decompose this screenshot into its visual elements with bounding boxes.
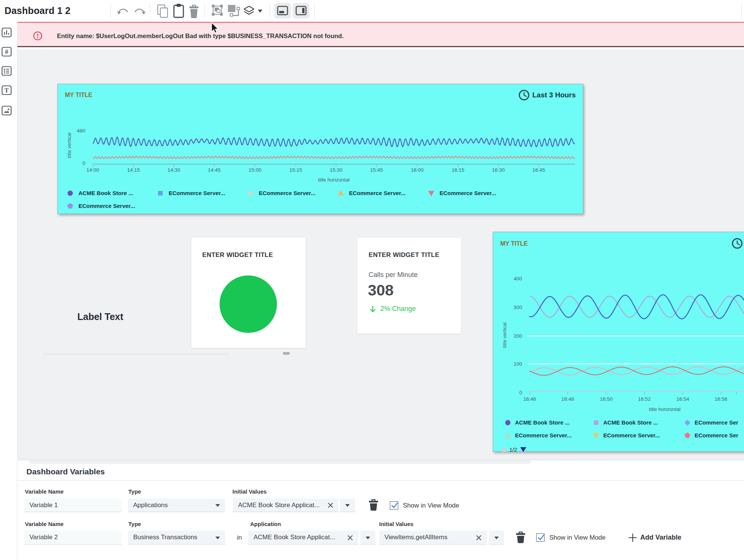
- svg-text:15:15: 15:15: [289, 167, 302, 173]
- svg-text:16:52: 16:52: [638, 396, 651, 402]
- svg-text:16:00: 16:00: [411, 167, 424, 173]
- svg-text:ECommerce Server...: ECommerce Server...: [349, 190, 406, 196]
- svg-text:16:54: 16:54: [676, 396, 689, 402]
- svg-text:14:00: 14:00: [86, 167, 99, 173]
- svg-text:title vertical: title vertical: [502, 322, 507, 348]
- svg-text:ECommerce Server...: ECommerce Server...: [259, 190, 315, 196]
- svg-text:480: 480: [77, 128, 85, 134]
- svg-text:title vertical: title vertical: [66, 132, 72, 158]
- svg-text:ECommerce Ser: ECommerce Ser: [695, 419, 738, 426]
- svg-text:title horizontal: title horizontal: [649, 406, 680, 412]
- svg-text:16:50: 16:50: [600, 396, 613, 402]
- svg-text:16:30: 16:30: [492, 167, 505, 173]
- svg-text:ECommerce Server...: ECommerce Server...: [78, 203, 135, 209]
- svg-text:ECommerce Server...: ECommerce Server...: [169, 190, 225, 196]
- svg-text:16:45: 16:45: [532, 167, 545, 173]
- svg-text:15:45: 15:45: [370, 167, 383, 173]
- svg-text:400: 400: [513, 276, 522, 282]
- svg-text:16:46: 16:46: [523, 396, 536, 402]
- svg-text:300: 300: [513, 305, 522, 310]
- svg-text:ECommerce Ser: ECommerce Ser: [695, 432, 738, 438]
- svg-text:200: 200: [513, 333, 522, 339]
- svg-text:title horizontal: title horizontal: [318, 177, 349, 183]
- svg-text:14:45: 14:45: [208, 167, 221, 173]
- svg-text:0: 0: [82, 160, 85, 166]
- svg-text:ACME Book Store ...: ACME Book Store ...: [515, 419, 570, 426]
- svg-text:14:15: 14:15: [127, 167, 140, 173]
- svg-text:16:15: 16:15: [452, 167, 464, 173]
- svg-text:15:00: 15:00: [249, 167, 261, 173]
- svg-text:ACME Book Store ...: ACME Book Store ...: [603, 419, 658, 426]
- svg-text:16:56: 16:56: [715, 396, 727, 402]
- svg-text:ECommerce Server...: ECommerce Server...: [603, 432, 660, 438]
- svg-text:#: #: [5, 49, 8, 55]
- svg-text:0: 0: [519, 390, 522, 395]
- svg-text:1/2: 1/2: [509, 446, 517, 452]
- svg-text:T: T: [5, 87, 9, 94]
- svg-text:ACME Book Store ...: ACME Book Store ...: [78, 190, 133, 196]
- svg-text:15:30: 15:30: [330, 167, 343, 173]
- svg-text:14:30: 14:30: [168, 167, 180, 173]
- svg-text:16:48: 16:48: [561, 396, 574, 402]
- svg-text:ECommerce Server...: ECommerce Server...: [440, 190, 496, 196]
- svg-text:100: 100: [513, 361, 522, 367]
- svg-text:ECommerce Server...: ECommerce Server...: [515, 432, 572, 438]
